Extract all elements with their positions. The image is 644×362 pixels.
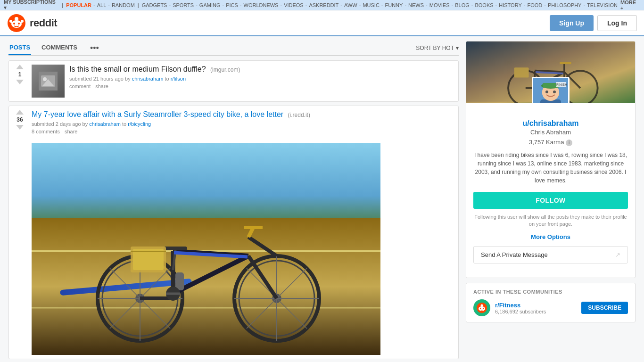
nav-sports[interactable]: SPORTS <box>173 2 194 8</box>
nav-music[interactable]: MUSIC <box>363 2 379 8</box>
svg-point-69 <box>553 90 556 93</box>
my-subscriptions-link[interactable]: MY SUBSCRIPTIONS ▾ <box>4 0 59 11</box>
nav-all[interactable]: ALL <box>97 2 107 8</box>
nav-sep2: - <box>108 2 110 8</box>
nav-television[interactable]: TELEVISION <box>587 2 618 8</box>
nav-random[interactable]: RANDOM <box>112 2 135 8</box>
post-author-link[interactable]: chrisabraham <box>89 121 121 127</box>
nav-blog[interactable]: BLOG <box>455 2 470 8</box>
tab-posts[interactable]: POSTS <box>8 41 31 55</box>
post-thumbnail[interactable] <box>32 65 65 98</box>
post-meta: submitted 21 hours ago by chrisabraham t… <box>69 76 454 82</box>
profile-card: FINISH u/chrisabraham Chris Abraham 3,75… <box>466 41 636 278</box>
post-content: My 7-year love affair with a Surly Steam… <box>32 110 454 134</box>
active-communities-section: ACTIVE IN THESE COMMUNITIES r/Fitness <box>466 283 636 322</box>
community-item: r/Fitness 6,186,692 subscribers SUBSCRIB… <box>473 299 628 316</box>
auth-buttons: Sign Up Log In <box>550 15 637 31</box>
profile-karma: 3,757 Karma i <box>473 139 628 146</box>
nav-movies[interactable]: MOVIES <box>429 2 450 8</box>
nav-aww[interactable]: AWW <box>344 2 357 8</box>
subscribe-button[interactable]: SUBSCRIBE <box>581 302 628 314</box>
user-avatar-image: FINISH <box>533 78 568 103</box>
nav-gadgets[interactable]: GADGETS <box>142 2 167 8</box>
login-button[interactable]: Log In <box>597 15 637 31</box>
send-private-message-button[interactable]: Send A Private Message ↗ <box>473 246 628 263</box>
nav-videos[interactable]: VIDEOS <box>284 2 304 8</box>
post-subreddit-link[interactable]: r/bicycling <box>128 121 151 127</box>
vote-count: 36 <box>17 116 23 123</box>
sort-by-dropdown[interactable]: SORT BY HOT ▾ <box>416 45 459 51</box>
community-name[interactable]: r/Fitness <box>495 302 577 309</box>
more-options-link[interactable]: More Options <box>473 233 628 240</box>
reddit-community-icon <box>476 302 487 313</box>
post-actions: 8 comments share <box>32 129 454 134</box>
vote-count: 1 <box>18 71 22 78</box>
downvote-button[interactable] <box>16 80 24 84</box>
nav-separator2: | <box>138 2 139 8</box>
post-title: Is this the small or medium Filson duffl… <box>69 65 454 74</box>
nav-askreddit[interactable]: ASKREDDIT <box>309 2 339 8</box>
vote-section: 1 <box>13 65 27 98</box>
nav-pics[interactable]: PICS <box>226 2 238 8</box>
svg-rect-60 <box>514 67 529 77</box>
profile-display-name: Chris Abraham <box>473 129 628 136</box>
nav-popular[interactable]: POPULAR <box>66 2 91 8</box>
send-message-icon: ↗ <box>615 251 620 258</box>
post-share-link[interactable]: share <box>65 129 78 134</box>
post-comment-link[interactable]: comment <box>69 83 91 89</box>
post-subreddit-link[interactable]: r/filson <box>171 76 186 82</box>
nav-food[interactable]: FOOD <box>527 2 542 8</box>
post-header-row: 36 My 7-year love affair with a Surly St… <box>13 110 454 134</box>
svg-text:FINISH: FINISH <box>556 83 567 86</box>
community-subscribers: 6,186,692 subscribers <box>495 309 577 314</box>
feed-tabs: POSTS COMMENTS ••• SORT BY HOT ▾ <box>8 41 459 56</box>
svg-point-3 <box>18 23 20 25</box>
svg-point-76 <box>481 304 483 307</box>
profile-bio: I have been riding bikes since I was 6, … <box>473 151 628 185</box>
nav-more[interactable]: MORE + <box>620 0 640 11</box>
nav-gaming[interactable]: GAMING <box>199 2 221 8</box>
tab-more-dots[interactable]: ••• <box>90 43 99 53</box>
bike-image-svg <box>32 143 380 355</box>
nav-philosophy[interactable]: PHILOSOPHY <box>548 2 582 8</box>
thumbnail-image-icon <box>39 72 58 90</box>
post-title: My 7-year love affair with a Surly Steam… <box>32 110 454 120</box>
profile-banner: FINISH <box>466 41 635 103</box>
vote-section: 36 <box>13 110 27 134</box>
tab-comments[interactable]: COMMENTS <box>41 41 78 55</box>
svg-rect-41 <box>164 247 187 250</box>
profile-body: u/chrisabraham Chris Abraham 3,757 Karma… <box>466 103 635 278</box>
signup-button[interactable]: Sign Up <box>550 15 594 31</box>
nav-worldnews[interactable]: WORLDNEWS <box>244 2 279 8</box>
active-communities-title: ACTIVE IN THESE COMMUNITIES <box>473 289 628 295</box>
post-content: Is this the small or medium Filson duffl… <box>69 65 454 98</box>
post-comment-link[interactable]: 8 comments <box>32 129 60 134</box>
upvote-button[interactable] <box>16 110 24 115</box>
post-meta: submitted 2 days ago by chrisabraham to … <box>32 121 454 127</box>
post-share-link[interactable]: share <box>95 83 108 89</box>
post-card: 1 Is this the small or medium Filson duf… <box>8 60 459 102</box>
nav-sep1: - <box>93 2 95 8</box>
svg-point-12 <box>43 77 47 81</box>
post-author-link[interactable]: chrisabraham <box>132 76 164 82</box>
site-logo[interactable]: reddit <box>7 14 57 33</box>
karma-info-icon[interactable]: i <box>566 140 572 146</box>
nav-links: GADGETS- SPORTS- GAMING- PICS- WORLDNEWS… <box>142 2 618 8</box>
post-large-image[interactable] <box>32 143 380 355</box>
nav-funny[interactable]: FUNNY <box>385 2 403 8</box>
profile-username[interactable]: u/chrisabraham <box>473 119 628 128</box>
post-title-link[interactable]: Is this the small or medium Filson duffl… <box>69 65 206 73</box>
upvote-button[interactable] <box>16 65 24 69</box>
nav-books[interactable]: BOOKS <box>475 2 493 8</box>
post-title-link[interactable]: My 7-year love affair with a Surly Steam… <box>32 110 283 118</box>
nav-news[interactable]: NEWS <box>408 2 424 8</box>
nav-history[interactable]: HISTORY <box>499 2 522 8</box>
svg-rect-5 <box>16 18 17 21</box>
nav-separator: | <box>62 2 63 8</box>
main-feed: POSTS COMMENTS ••• SORT BY HOT ▾ 1 <box>8 41 459 362</box>
downvote-button[interactable] <box>16 125 24 130</box>
svg-point-74 <box>480 308 481 309</box>
post-domain: (imgur.com) <box>210 66 240 73</box>
follow-button[interactable]: FOLLOW <box>473 192 628 209</box>
svg-rect-15 <box>32 218 380 355</box>
